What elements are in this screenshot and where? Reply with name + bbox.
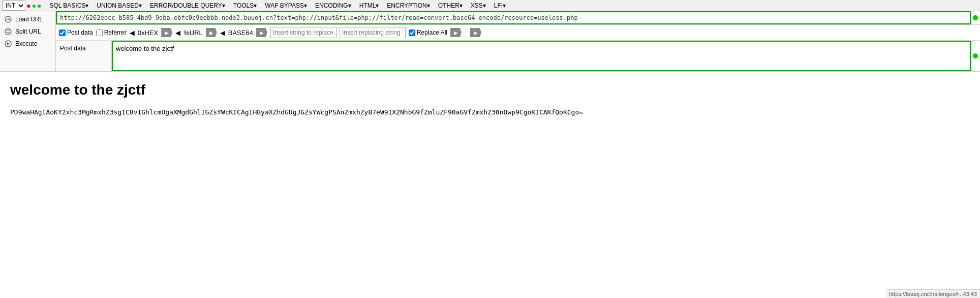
post-data-option-label: Post data: [67, 29, 93, 36]
replace-right-arrow2[interactable]: ▶: [470, 28, 481, 37]
content-data: PD9waHAgIAoKY2xhc3MgRmxhZ3sgIC8vIGhlcmUg…: [10, 108, 970, 116]
execute-icon: [4, 40, 12, 48]
percent-url-left-arrow[interactable]: ◀: [175, 29, 180, 37]
post-data-side-label: Post data: [56, 41, 112, 71]
url-right-icons: [971, 11, 980, 24]
insert-string-to-replace-input[interactable]: [270, 27, 336, 38]
url-input[interactable]: [56, 11, 971, 24]
menu-item-tools[interactable]: TOOLS▾: [231, 2, 259, 9]
percent-url-right-arrow[interactable]: ▶: [206, 28, 217, 37]
menu-item-encryption[interactable]: ENCRYPTION▾: [385, 2, 432, 9]
split-url-button[interactable]: Split URL: [0, 25, 55, 38]
post-data-checkbox[interactable]: [59, 29, 66, 36]
url-area: Post data Referrer ◀ 0xHEX ▶ ◀ %URL ▶ ◀ …: [56, 11, 980, 71]
options-row: Post data Referrer ◀ 0xHEX ▶ ◀ %URL ▶ ◀ …: [56, 25, 980, 41]
load-url-icon: [4, 15, 12, 23]
post-data-right: [112, 41, 971, 71]
execute-button[interactable]: Execute: [0, 38, 55, 50]
status-dot-green2: ●: [37, 2, 41, 10]
menu-item-other[interactable]: OTHER▾: [436, 2, 465, 9]
load-url-button[interactable]: Load URL: [0, 13, 55, 25]
post-data-row: Post data: [56, 41, 980, 71]
int-select[interactable]: INT: [2, 1, 25, 11]
menu-item-encoding[interactable]: ENCODING▾: [313, 2, 353, 9]
oxhex-label: 0xHEX: [138, 29, 158, 37]
url-row: [56, 11, 980, 25]
referrer-checkbox[interactable]: [96, 29, 103, 36]
post-data-right-icons: [971, 41, 980, 71]
split-url-icon: [4, 27, 12, 36]
menu-item-waf-bypass[interactable]: WAF BYPASS▾: [263, 2, 309, 9]
int-selector[interactable]: INT ● ● ●: [2, 1, 41, 11]
options-divider: [466, 27, 466, 38]
status-dot-red: ●: [26, 2, 30, 10]
tool-panel: Load URL Split URL Execute: [0, 11, 980, 72]
base64-right-arrow[interactable]: ▶: [256, 28, 267, 37]
insert-replacing-string-input[interactable]: [340, 27, 406, 38]
post-data-checkbox-group: Post data: [59, 29, 93, 36]
menu-item-union-based[interactable]: UNION BASED▾: [95, 2, 144, 9]
menu-item-html[interactable]: HTML▾: [357, 2, 381, 9]
load-url-label: Load URL: [15, 16, 43, 23]
post-data-green-dot: [973, 53, 978, 58]
sidebar: Load URL Split URL Execute: [0, 11, 56, 71]
replace-all-label: Replace All: [417, 29, 447, 36]
execute-label: Execute: [15, 40, 37, 47]
menu-bar: INT ● ● ● SQL BASICS▾ UNION BASED▾ ERROR…: [0, 0, 980, 11]
post-data-textarea[interactable]: [112, 41, 971, 71]
replace-all-checkbox[interactable]: [409, 29, 415, 36]
replace-right-arrow[interactable]: ▶: [450, 28, 462, 37]
content-area: welcome to the zjctf PD9waHAgIAoKY2xhc3M…: [0, 72, 980, 126]
menu-item-lfi[interactable]: LFI▾: [492, 2, 508, 9]
menu-item-error-double-query[interactable]: ERROR/DOUBLE QUERY▾: [148, 2, 227, 9]
url-green-dot: [973, 15, 978, 20]
oxhex-right-arrow[interactable]: ▶: [161, 28, 172, 37]
referrer-checkbox-group: Referrer: [96, 29, 127, 36]
content-title: welcome to the zjctf: [10, 82, 970, 98]
percent-url-label: %URL: [183, 29, 203, 37]
base64-label: BASE64: [228, 29, 253, 37]
menu-item-xss[interactable]: XSS▾: [469, 2, 488, 9]
replace-all-checkbox-group: Replace All: [409, 29, 447, 36]
split-url-label: Split URL: [15, 28, 41, 35]
svg-point-1: [5, 28, 11, 35]
status-dot-green: ●: [32, 2, 36, 10]
referrer-option-label: Referrer: [104, 29, 127, 36]
oxhex-left-arrow[interactable]: ◀: [130, 29, 135, 37]
base64-left-arrow[interactable]: ◀: [220, 29, 225, 37]
menu-item-sql-basics[interactable]: SQL BASICS▾: [47, 2, 90, 9]
